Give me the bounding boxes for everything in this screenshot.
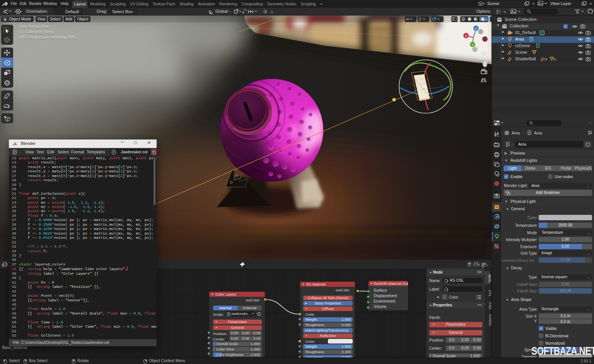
svg-text:Y: Y [471, 43, 474, 47]
svg-text:Z: Z [475, 27, 477, 31]
svg-text:X: X [465, 34, 467, 38]
